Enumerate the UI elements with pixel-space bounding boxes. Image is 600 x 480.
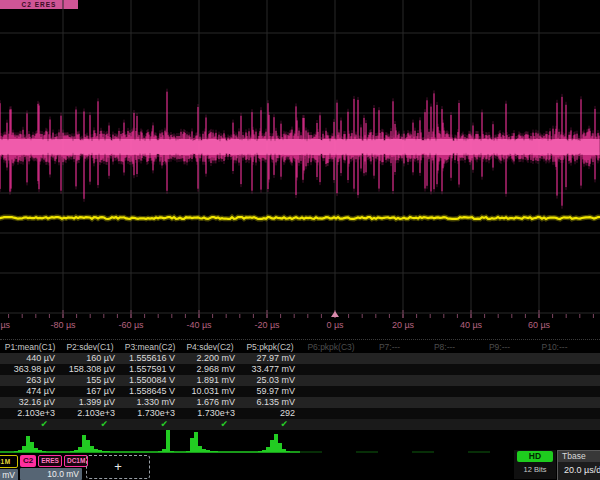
c1-coupling-badge: DC1M [0,456,14,467]
measure-cell: 2.968 mV [180,364,235,375]
measure-row: 263 µV155 µV1.550084 V1.891 mV25.03 mV [0,375,600,386]
time-axis-label: -20 µs [245,320,289,330]
measure-cell: 167 µV [60,386,115,397]
measure-cell: 27.97 mV [240,353,295,364]
measure-cell: 59.97 mV [240,386,295,397]
measurement-table: P1:mean(C1)P2:sdev(C1)P3:mean(C2)P4:sdev… [0,339,600,430]
measure-cell: 2.200 mV [180,353,235,364]
oscilloscope-screen: C2 ERES -100 µs-80 µs-60 µs-40 µs-20 µs0… [0,0,600,480]
measure-param-header-unused[interactable]: P9:--- [472,341,527,353]
c1-trace [0,217,600,219]
timebase-descriptor[interactable]: Tbase 20.0 µs/div [557,450,600,480]
measure-cell: 1.555616 V [120,353,175,364]
c2-channel-badge: C2 [20,455,36,467]
time-axis-label: -60 µs [109,320,153,330]
measure-param-header-unused[interactable]: P10:--- [527,341,582,353]
measure-cell: 363.98 µV [0,364,55,375]
measure-cell: 1.891 mV [180,375,235,386]
trigger-time-marker[interactable] [331,311,339,317]
waveform-graticule [0,0,600,336]
measure-cell: 263 µV [0,375,55,386]
time-axis-label: 0 µs [313,320,357,330]
measure-cell: 1.558645 V [120,386,175,397]
measure-cell: 160 µV [60,353,115,364]
measure-cell: 2.103e+3 [0,408,55,419]
measure-param-header[interactable]: P3:mean(C2) [120,341,180,353]
measure-param-header[interactable]: P4:sdev(C2) [180,341,240,353]
measure-row: 440 µV160 µV1.555616 V2.200 mV27.97 mV [0,353,600,364]
time-axis-label: -40 µs [177,320,221,330]
c2-trace-core [0,139,599,155]
c2-eres-badge: ERES [38,455,62,467]
measure-param-header-unused[interactable]: P6:pkpk(C3) [300,341,362,353]
measure-cell: 10.031 mV [180,386,235,397]
hd-mode-indicator: HD 12 Bits [514,450,556,479]
measure-cell: 32.16 µV [0,397,55,408]
c1-descriptor[interactable]: C1 DC1M 0 mV [0,455,18,480]
measure-cell: 474 µV [0,386,55,397]
measure-cell: 1.330 mV [120,397,175,408]
measure-cell: 1.676 mV [180,397,235,408]
c1-vdiv-value: 0 mV [0,469,18,480]
measure-param-header[interactable]: P5:pkpk(C2) [240,341,300,353]
measure-cell: 1.550084 V [120,375,175,386]
measure-cell: 1.399 µV [60,397,115,408]
time-axis-label: 40 µs [449,320,493,330]
measure-cell: 2.103e+3 [60,408,115,419]
measure-cell: 6.135 mV [240,397,295,408]
measure-row: 32.16 µV1.399 µV1.330 mV1.676 mV6.135 mV [0,397,600,408]
time-axis-label: 20 µs [381,320,425,330]
bottom-descriptor-strip: C1 DC1M 0 mV C2 ERES DC1M 10.0 mV + HD 1… [0,449,600,480]
measure-row: 363.98 µV158.308 µV1.557591 V2.968 mV33.… [0,364,600,375]
c2-coupling-badge: DC1M [64,455,88,467]
measure-param-header-unused[interactable]: P11 [592,341,600,353]
timebase-label: Tbase [558,451,600,462]
measure-cell: 158.308 µV [60,364,115,375]
measure-cell: 33.477 mV [240,364,295,375]
measure-cell: 155 µV [60,375,115,386]
measure-cell: 1.730e+3 [180,408,235,419]
measure-cell: 25.03 mV [240,375,295,386]
measure-row: 474 µV167 µV1.558645 V10.031 mV59.97 mV [0,386,600,397]
measure-param-header[interactable]: P1:mean(C1) [0,341,60,353]
measure-param-header-unused[interactable]: P7:--- [362,341,417,353]
time-axis-label: 60 µs [517,320,561,330]
measure-param-header[interactable]: P2:sdev(C1) [60,341,120,353]
time-axis-label: -100 µs [0,320,17,330]
hd-bits-label: 12 Bits [514,465,556,474]
time-axis-label: -80 µs [41,320,85,330]
measure-row: 2.103e+32.103e+31.730e+31.730e+3292 [0,408,600,419]
measure-cell: 1.557591 V [120,364,175,375]
measure-param-header-unused[interactable]: P8:--- [417,341,472,353]
time-axis-ticks [0,310,593,318]
measure-cell: 440 µV [0,353,55,364]
add-trace-button[interactable]: + [86,455,150,479]
timebase-value: 20.0 µs/div [558,462,600,478]
measure-cell: 1.730e+3 [120,408,175,419]
c2-descriptor[interactable]: C2 ERES DC1M 10.0 mV [20,455,82,480]
hd-badge: HD [517,451,553,462]
measure-cell: 292 [240,408,295,419]
c2-vdiv-value: 10.0 mV [20,468,82,480]
